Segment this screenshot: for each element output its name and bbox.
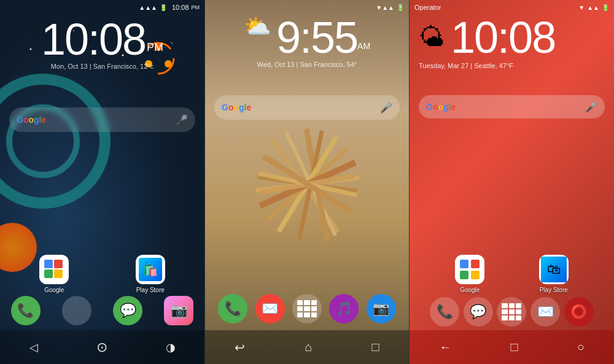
nav-recents-1[interactable]: ◑	[166, 341, 176, 354]
search-bar-2[interactable]: Google 🎤	[214, 95, 400, 120]
phone1-screen: ▲▲▲ 🔋 10:08 PM 10:08PM Mon, Oct 13 | San…	[0, 0, 204, 364]
weather-icon-3: 🌤	[419, 25, 445, 50]
phone3-screen: Operator ▼ ▲▲ 🔋 🌤 10:08 Tuesday, Mar 27 …	[410, 0, 614, 364]
app-icon-google-3[interactable]: Google	[455, 255, 484, 293]
search-bar-1[interactable]: Google 🎤	[9, 107, 195, 132]
time-large-3: 10:08	[451, 13, 555, 62]
weather-time-row-3: 🌤 10:08	[419, 15, 605, 60]
nav-home-1[interactable]: ⊙	[96, 339, 107, 355]
battery-icon: 🔋	[160, 4, 167, 11]
app-label-play-store: Play Store	[136, 287, 165, 293]
dock-messages-3[interactable]: 💬	[464, 297, 493, 327]
nav-back-1[interactable]: ◁	[29, 341, 38, 354]
time-period-2: AM	[357, 41, 370, 51]
play-store-icon: 🛍️	[136, 255, 165, 284]
date-info-1: Mon, Oct 13 | San Francisco, 12°c	[0, 63, 204, 70]
time-period-status: PM	[192, 4, 200, 10]
dock-phone-1[interactable]: 📞	[11, 296, 41, 325]
google-logo-2: Google	[222, 103, 251, 112]
dock-apps-1[interactable]	[62, 296, 91, 325]
weather-time-row-2: ⛅ 9:55AM	[205, 15, 409, 60]
app-label-google: Google	[44, 287, 64, 293]
bottom-nav-3: ← □ ○	[410, 330, 614, 364]
battery-icon-3: 🔋	[602, 4, 609, 11]
bottom-nav-1: ◁ ⊙ ◑	[0, 330, 204, 364]
battery-icon-2: 🔋	[397, 4, 404, 11]
app-icon-play-store[interactable]: 🛍️ Play Store	[136, 255, 165, 293]
dock-mail-3[interactable]: ✉️	[530, 297, 560, 327]
svg-rect-41	[471, 260, 480, 268]
signal-icon: ▲▲▲	[139, 4, 157, 11]
status-icons-2: ▼▲▲ 🔋	[376, 4, 404, 11]
app-row-1: Google 🛍️ Play Store	[0, 255, 204, 293]
mic-icon-2[interactable]: 🎤	[380, 102, 392, 114]
dock-phone-2[interactable]: 📞	[218, 294, 247, 323]
time-large-2: 9:55	[276, 13, 357, 62]
dock-camera-1[interactable]: 📷	[164, 296, 193, 325]
dock-phone-3[interactable]: 📞	[430, 297, 459, 327]
date-info-2: Wed, Oct 13 | San Francisco, 54°	[205, 61, 409, 68]
svg-rect-23	[54, 269, 63, 278]
date-info-3: Tuesday, Mar 27 | Seattle, 47°F	[419, 62, 605, 69]
dock-mail-2[interactable]: ✉️	[255, 294, 285, 323]
time-display-2: ⛅ 9:55AM Wed, Oct 13 | San Francisco, 54…	[205, 15, 409, 68]
status-icons-3: ▼ ▲▲ 🔋	[578, 4, 609, 11]
dock-music-2[interactable]: 🎵	[329, 294, 359, 323]
dock-camera-2[interactable]: 📷	[367, 294, 396, 323]
signal-icon-3: ▲▲	[587, 4, 599, 11]
time-display-3: 🌤 10:08 Tuesday, Mar 27 | Seattle, 47°F	[410, 15, 614, 69]
time-display-1: 10:08PM Mon, Oct 13 | San Francisco, 12°…	[0, 17, 204, 70]
time-large-1: 10:08	[41, 15, 146, 64]
mic-icon-1[interactable]: 🎤	[176, 114, 188, 126]
svg-rect-42	[460, 271, 468, 279]
svg-rect-20	[44, 260, 53, 268]
svg-rect-22	[44, 269, 53, 278]
dock-3: 📞 💬 ✉️ ⭕	[410, 295, 614, 328]
nav-home-3[interactable]: □	[510, 340, 518, 354]
app-icon-google[interactable]: Google	[39, 255, 69, 293]
time-period-1: PM	[147, 41, 163, 53]
status-icons-1: ▲▲▲ 🔋 10:08 PM	[139, 4, 200, 11]
google-logo-3: Google	[426, 102, 456, 112]
app-label-google-3: Google	[460, 287, 480, 293]
app-row-3: Google 🛍 Play Store	[410, 255, 614, 293]
svg-rect-40	[460, 260, 468, 268]
app-label-play-3: Play Store	[540, 287, 568, 293]
nav-recents-3[interactable]: ○	[577, 340, 585, 354]
phone2-screen: ▼▲▲ 🔋 ⛅ 9:55AM Wed, Oct 13 | San Francis…	[204, 0, 410, 364]
time-status: 10:08	[172, 4, 189, 11]
google-logo-1: Google	[17, 115, 46, 125]
signal-icon-2: ▼▲▲	[376, 4, 394, 11]
status-bar-1: ▲▲▲ 🔋 10:08 PM	[0, 0, 204, 15]
weather-icon-2: ⛅	[244, 15, 271, 37]
nav-back-3[interactable]: ←	[439, 340, 451, 354]
svg-rect-43	[471, 271, 480, 279]
bottom-nav-2: ↩ ⌂ □	[205, 330, 409, 364]
dock-messages-1[interactable]: 💬	[113, 296, 142, 325]
svg-rect-21	[54, 260, 63, 268]
operator-text: Operator	[414, 4, 441, 11]
dock-camera-3[interactable]: ⭕	[564, 297, 594, 327]
nav-home-2[interactable]: ⌂	[305, 340, 312, 354]
nav-recents-2[interactable]: □	[371, 340, 379, 354]
wifi-icon-3: ▼	[578, 4, 585, 11]
app-icon-play-3[interactable]: 🛍 Play Store	[539, 255, 569, 293]
dock-2: 📞 ✉️ 🎵 📷	[205, 290, 409, 327]
search-bar-3[interactable]: Google 🎤	[419, 95, 605, 118]
mic-icon-3[interactable]: 🎤	[585, 101, 597, 113]
nav-back-2[interactable]: ↩	[235, 340, 245, 355]
dock-1: 📞 💬 📷	[0, 293, 204, 327]
